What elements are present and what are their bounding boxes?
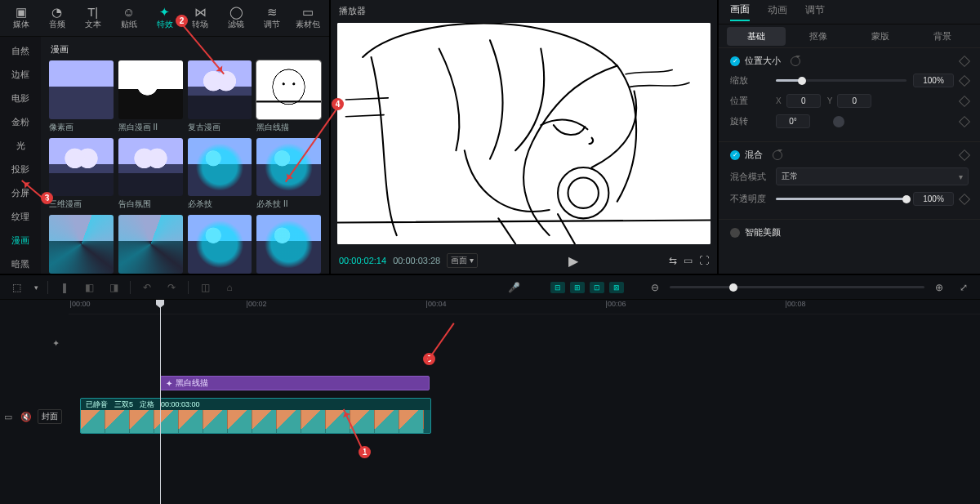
fx-thumb[interactable] xyxy=(49,138,114,197)
fx-thumb[interactable] xyxy=(49,60,114,119)
top-tab-1[interactable]: ◔音频 xyxy=(39,6,75,30)
crop2-tool[interactable]: ⌂ xyxy=(220,279,239,297)
fx-thumb[interactable] xyxy=(188,60,252,119)
top-tab-5[interactable]: ⋈转场 xyxy=(182,6,218,30)
video-clip[interactable]: 已静音 三双5 定格 00:00:03:00 xyxy=(80,398,431,434)
fx-item-4[interactable]: 三维漫画 xyxy=(49,138,114,211)
fx-item-0[interactable]: 像素画 xyxy=(49,60,114,133)
keyframe-icon[interactable] xyxy=(959,55,970,66)
pos-x-value[interactable]: 0 xyxy=(786,94,821,108)
section-enable-toggle[interactable]: ✓ xyxy=(730,150,740,160)
fx-thumb[interactable] xyxy=(118,60,183,119)
select-tool[interactable]: ⬚ xyxy=(7,279,26,297)
zoom-in-icon[interactable]: ⊕ xyxy=(929,279,949,297)
section-enable-toggle[interactable] xyxy=(730,228,740,238)
fx-thumb[interactable] xyxy=(256,138,321,197)
inspector-pill-2[interactable]: 蒙版 xyxy=(851,27,910,46)
playhead[interactable] xyxy=(160,300,161,504)
opacity-slider[interactable] xyxy=(776,198,906,200)
crop-tool[interactable]: ◫ xyxy=(195,279,215,297)
opacity-value[interactable]: 100% xyxy=(913,192,954,206)
fx-item-2[interactable]: 复古漫画 xyxy=(188,60,252,133)
align4-icon[interactable]: ⊠ xyxy=(609,282,624,293)
fx-thumb[interactable] xyxy=(118,215,183,274)
play-button[interactable]: ▶ xyxy=(568,253,578,269)
inspector-pill-1[interactable]: 抠像 xyxy=(789,27,848,46)
top-tab-2[interactable]: T|文本 xyxy=(75,6,111,30)
align1-icon[interactable]: ⊟ xyxy=(550,282,565,293)
zoom-slider[interactable] xyxy=(670,286,925,288)
effect-clip[interactable]: ✦ 黑白线描 xyxy=(160,376,430,390)
preview-scale-select[interactable]: 画面 ▾ xyxy=(447,253,478,268)
fx-item-8[interactable]: 电光波涡 xyxy=(49,215,114,274)
sidebar-item-0[interactable]: 自然 xyxy=(11,43,29,59)
fx-item-10[interactable]: 刀光剑影 xyxy=(188,215,252,274)
top-tab-3[interactable]: ☺贴纸 xyxy=(111,6,147,30)
delete-left-tool[interactable]: ◧ xyxy=(79,279,99,297)
fx-thumb[interactable] xyxy=(188,215,252,274)
mute-icon[interactable]: 🔇 xyxy=(20,412,33,422)
fx-thumb[interactable] xyxy=(256,215,321,274)
fx-item-7[interactable]: 必杀技 II xyxy=(256,138,321,211)
fx-item-3[interactable]: 黑白线描 xyxy=(256,60,321,133)
cover-label[interactable]: 封面 xyxy=(38,409,62,424)
inspector-tab-1[interactable]: 动画 xyxy=(768,3,787,20)
align3-icon[interactable]: ⊡ xyxy=(590,282,604,293)
timeline-body[interactable]: |00:00|00:02|00:04|00:06|00:08 ✦ ✦ 黑白线描 xyxy=(0,300,980,504)
sidebar-item-6[interactable]: 分屏 xyxy=(11,185,29,201)
top-tab-0[interactable]: ▣媒体 xyxy=(3,6,39,30)
blend-mode-select[interactable]: 正常 xyxy=(776,167,969,185)
undo-tool[interactable]: ↶ xyxy=(137,279,157,297)
fx-item-11[interactable]: 烟雾炸开 xyxy=(256,215,321,274)
fx-item-5[interactable]: 告白氛围 xyxy=(118,138,183,211)
keyframe-icon[interactable] xyxy=(959,95,970,106)
keyframe-icon[interactable] xyxy=(959,193,970,204)
zoom-out-icon[interactable]: ⊖ xyxy=(645,279,665,297)
fx-thumb[interactable] xyxy=(118,138,183,197)
keyframe-icon[interactable] xyxy=(959,149,970,160)
sidebar-item-4[interactable]: 光 xyxy=(16,138,25,154)
sidebar-item-5[interactable]: 投影 xyxy=(11,162,29,177)
top-tab-4[interactable]: ✦特效 xyxy=(147,6,183,30)
sidebar-item-1[interactable]: 边框 xyxy=(11,67,29,83)
inspector-tab-0[interactable]: 画面 xyxy=(730,2,750,21)
align2-icon[interactable]: ⊞ xyxy=(570,282,585,293)
aspect-button[interactable]: ▭ xyxy=(684,255,693,266)
inspector-pill-0[interactable]: 基础 xyxy=(727,27,786,46)
sidebar-item-7[interactable]: 纹理 xyxy=(11,209,29,225)
scale-value[interactable]: 100% xyxy=(913,74,954,87)
tool-dropdown[interactable]: ▾ xyxy=(31,279,41,297)
split-tool[interactable]: ‖ xyxy=(55,279,74,297)
top-tab-7[interactable]: ≋调节 xyxy=(254,6,290,30)
fullscreen-button[interactable]: ⛶ xyxy=(699,255,709,266)
fx-item-9[interactable]: 电光包围 xyxy=(118,215,183,274)
keyframe-icon[interactable] xyxy=(959,115,970,127)
keyframe-icon[interactable] xyxy=(959,74,970,86)
top-tab-8[interactable]: ▭素材包 xyxy=(290,6,326,30)
reset-icon[interactable] xyxy=(791,56,800,66)
preview-canvas[interactable] xyxy=(337,23,710,244)
top-tab-6[interactable]: ◯滤镜 xyxy=(218,6,254,30)
section-enable-toggle[interactable]: ✓ xyxy=(730,56,740,66)
rotate-value[interactable]: 0° xyxy=(776,114,810,128)
sidebar-item-9[interactable]: 暗黑 xyxy=(11,256,29,272)
fx-item-1[interactable]: 黑白漫画 II xyxy=(118,60,183,133)
fx-thumb[interactable] xyxy=(256,60,321,119)
sidebar-item-2[interactable]: 电影 xyxy=(11,91,29,106)
mic-icon[interactable]: 🎤 xyxy=(505,279,524,297)
fx-item-6[interactable]: 必杀技 xyxy=(188,138,252,211)
fx-thumb[interactable] xyxy=(49,215,114,274)
scale-slider[interactable] xyxy=(776,79,906,82)
reset-icon[interactable] xyxy=(773,150,782,160)
sidebar-item-8[interactable]: 漫画 xyxy=(11,233,29,248)
redo-tool[interactable]: ↷ xyxy=(162,279,181,297)
delete-right-tool[interactable]: ◨ xyxy=(104,279,123,297)
fit-icon[interactable]: ⤢ xyxy=(954,279,973,297)
inspector-tab-2[interactable]: 调节 xyxy=(805,3,825,20)
compare-button[interactable]: ⇆ xyxy=(669,255,677,266)
inspector-pill-3[interactable]: 背景 xyxy=(913,27,972,46)
timeline-ruler[interactable]: |00:00|00:02|00:04|00:06|00:08 xyxy=(69,300,980,314)
sidebar-item-3[interactable]: 金粉 xyxy=(11,114,29,130)
rotate-dial[interactable] xyxy=(833,116,844,127)
pos-y-value[interactable]: 0 xyxy=(837,94,871,108)
